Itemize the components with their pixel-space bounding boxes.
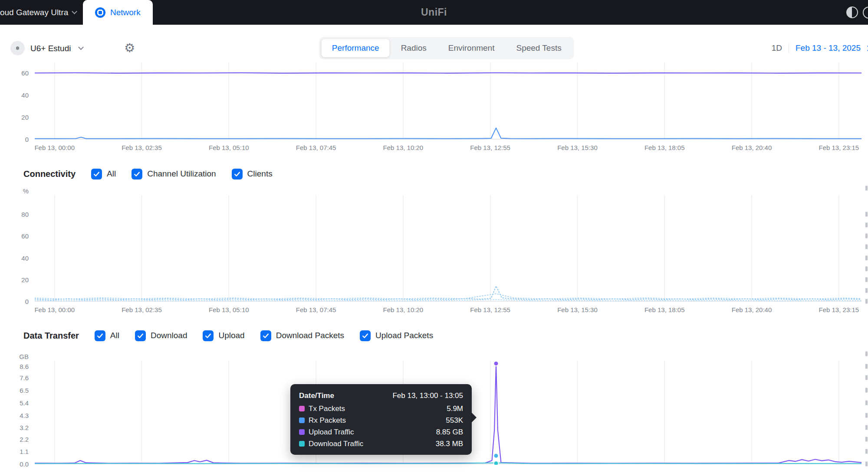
x-tick-label: Feb 13, 00:00 [34, 144, 75, 151]
y-tick-label: 20 [21, 276, 29, 283]
clipped-right-axis-label [865, 223, 868, 228]
x-tick-label: Feb 13, 15:30 [557, 144, 598, 151]
chart-plot-area[interactable] [35, 62, 861, 140]
tab-performance[interactable]: Performance [322, 39, 390, 57]
clipped-right-axis-label [865, 449, 868, 454]
x-tick-label: Feb 13, 10:20 [383, 306, 424, 313]
checkbox-checked-icon [203, 330, 214, 341]
device-toolbar: U6+ Estudi ⚙ Performance Radios Environm… [10, 36, 858, 60]
x-axis-labels: Feb 13, 00:00Feb 13, 02:35Feb 13, 05:10F… [35, 302, 861, 315]
x-tick-label: Feb 13, 23:15 [819, 144, 859, 151]
clipped-right-axis-label [865, 299, 868, 304]
checkbox-checked-icon [135, 330, 146, 341]
x-tick-label: Feb 13, 23:15 [819, 306, 859, 313]
connectivity-header: Connectivity All Channel Utilization Cli… [23, 166, 868, 182]
clipped-right-axis-label [865, 437, 868, 441]
filter-connectivity-all[interactable]: All [91, 169, 116, 179]
date-range-button[interactable]: Feb 13 - 13, 2025 [789, 43, 861, 53]
y-tick-label: 2.2 [20, 435, 29, 443]
filter-data-transfer-all[interactable]: All [95, 330, 119, 341]
clipped-right-axis-label [865, 462, 868, 466]
y-tick-label: 0 [25, 298, 29, 305]
access-point-icon [10, 41, 25, 55]
x-tick-label: Feb 13, 20:40 [732, 306, 772, 313]
y-axis-unit: % [0, 187, 31, 195]
rx-packets-swatch [299, 418, 305, 423]
x-tick-label: Feb 13, 05:10 [209, 306, 249, 313]
x-tick-label: Feb 13, 07:45 [296, 306, 336, 313]
filter-channel-utilization[interactable]: Channel Utilization [132, 169, 216, 179]
theme-toggle-icon[interactable] [846, 7, 858, 18]
chevron-down-icon [79, 44, 84, 50]
device-selector[interactable]: U6+ Estudi [10, 41, 83, 55]
clipped-right-axis-label [865, 364, 868, 369]
chevron-right-icon[interactable] [865, 46, 868, 51]
clipped-edge-icon[interactable] [863, 7, 868, 19]
x-axis-labels: Feb 13, 00:00Feb 13, 02:35Feb 13, 05:10F… [35, 140, 861, 153]
y-axis-unit: GB [0, 353, 31, 360]
clipped-right-axis-label [865, 375, 868, 380]
filter-download-packets[interactable]: Download Packets [260, 330, 344, 341]
y-tick-label: 8.6 [20, 363, 29, 370]
clipped-right-axis-label [865, 388, 868, 393]
y-tick-label: 40 [21, 91, 29, 99]
x-tick-label: Feb 13, 10:20 [383, 144, 424, 151]
tooltip-title-value: Feb 13, 13:00 - 13:05 [392, 391, 463, 400]
tooltip-row-tx-packets: Tx Packets 5.9M [299, 403, 463, 414]
range-1d-button[interactable]: 1D [772, 43, 789, 53]
network-tab-label: Network [110, 8, 141, 17]
tooltip-title-label: Date/Time [299, 391, 334, 400]
filter-upload-packets[interactable]: Upload Packets [360, 330, 433, 341]
x-axis-labels: Feb 13, 00:00Feb 13, 02:35Feb 13, 05:10F… [35, 465, 861, 473]
tooltip-row-rx-packets: Rx Packets 553K [299, 414, 463, 426]
gear-icon[interactable]: ⚙ [124, 42, 135, 54]
data-transfer-header: Data Transfer All Download Upload Downlo… [23, 328, 868, 343]
clipped-right-axis-label [865, 288, 868, 293]
y-tick-label: 40 [21, 254, 29, 261]
clipped-right-axis-label [865, 212, 868, 217]
clipped-right-axis-label [865, 277, 868, 282]
x-tick-label: Feb 13, 02:35 [122, 144, 162, 151]
download-traffic-swatch [299, 441, 305, 447]
view-tabs: Performance Radios Environment Speed Tes… [319, 37, 574, 59]
y-tick-label: 0 [25, 136, 29, 143]
y-tick-label: 0.0 [20, 460, 29, 468]
tooltip-row-upload-traffic: Upload Traffic 8.85 GB [299, 426, 463, 438]
clipped-right-axis-label [865, 352, 868, 356]
y-tick-label: 7.6 [20, 374, 29, 382]
checkbox-checked-icon [232, 169, 243, 179]
filter-upload[interactable]: Upload [203, 330, 244, 341]
section-title-data-transfer: Data Transfer [23, 331, 79, 341]
clipped-right-axis-label [865, 186, 868, 191]
y-tick-label: 20 [21, 114, 29, 121]
tooltip-row-download-traffic: Download Traffic 38.3 MB [299, 438, 463, 450]
y-tick-label: 5.4 [20, 399, 29, 406]
date-range-controls: 1D Feb 13 - 13, 2025 [772, 43, 868, 53]
tab-speed-tests[interactable]: Speed Tests [506, 39, 572, 57]
y-tick-label: 4.3 [20, 411, 29, 419]
x-tick-label: Feb 13, 12:55 [470, 144, 510, 151]
clipped-right-axis-label [865, 413, 868, 418]
tab-network[interactable]: Network [83, 0, 153, 25]
clipped-right-axis-label [865, 400, 868, 405]
chart-tooltip: Date/Time Feb 13, 13:00 - 13:05 Tx Packe… [290, 384, 472, 455]
chart-plot-area[interactable] [35, 195, 861, 302]
y-tick-label: 3.2 [20, 424, 29, 431]
checkbox-checked-icon [132, 169, 142, 179]
x-tick-label: Feb 13, 15:30 [557, 306, 598, 313]
x-tick-label: Feb 13, 18:05 [644, 306, 685, 313]
filter-download[interactable]: Download [135, 330, 187, 341]
clipped-right-axis-label [865, 245, 868, 249]
clipped-right-axis-label [865, 255, 868, 260]
clipped-right-axis-label [865, 234, 868, 238]
filter-clients[interactable]: Clients [232, 169, 273, 179]
x-tick-label: Feb 13, 12:55 [470, 306, 510, 313]
unifi-logo: UniFi [421, 7, 447, 18]
gateway-selector[interactable]: Cloud Gateway Ultra [0, 8, 76, 17]
tab-environment[interactable]: Environment [438, 39, 505, 57]
tooltip-arrow [471, 412, 477, 423]
x-tick-label: Feb 13, 07:45 [296, 144, 336, 151]
chevron-down-icon [72, 9, 77, 14]
tab-radios[interactable]: Radios [391, 39, 437, 57]
y-tick-label: 1.1 [20, 448, 29, 455]
